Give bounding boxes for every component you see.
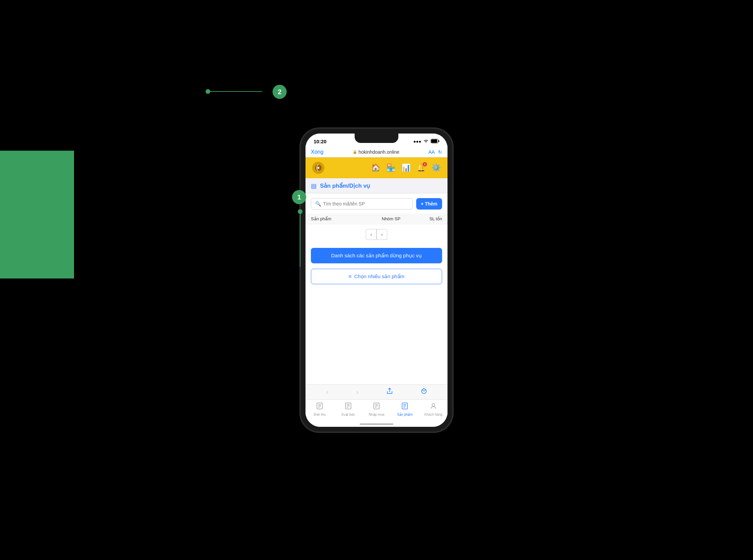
tab-khach-hang-label: Khách hàng [424,413,442,416]
pagination-prev[interactable]: ‹ [366,229,376,240]
app-header: 🏠 🏪 📊 🔔 1 ⚙️ [305,157,448,178]
home-indicator [360,423,393,425]
store-nav-icon[interactable]: 🏪 [386,163,395,172]
pagination-next[interactable]: › [376,229,387,240]
browser-actions: AA ↻ [428,149,442,155]
aa-button[interactable]: AA [428,149,435,155]
lock-icon: 🔒 [353,150,357,154]
pagination: ‹ › [305,224,448,244]
annotation-1-number: 1 [297,194,301,201]
table-header: Sản phẩm Nhóm SP SL tồn [305,214,448,224]
tab-nhap-mua-label: Nhập mua [369,413,384,416]
annotation-1: 1 [292,190,306,204]
table-col-group: Nhóm SP [369,216,413,221]
battery-icon [431,139,439,144]
url-text: hokinhdoanh.online [359,149,399,155]
safari-back-button[interactable]: ‹ [326,388,329,396]
table-col-stock: SL tồn [413,216,442,221]
notification-badge: 1 [422,162,427,166]
status-icons: ●●● [413,139,439,144]
status-time: 10:20 [314,139,326,144]
table-col-product: Sản phẩm [311,216,369,221]
browser-back-button[interactable]: Xong [311,149,323,155]
reload-button[interactable]: ↻ [438,149,442,155]
tab-nhap-mua[interactable]: Nhập mua [362,402,391,416]
annotation-2: 2 [273,85,287,99]
safari-bottom-bar: ‹ › [305,384,448,399]
tab-don-thu-label: Đơn thu [314,413,325,416]
browser-bar: Xong 🔒 hokinhdoanh.online AA ↻ [305,147,448,157]
browser-url: 🔒 hokinhdoanh.online [353,149,399,155]
wifi-icon [423,139,429,144]
tab-don-thu[interactable]: Đơn thu [305,402,334,416]
app-nav-icons: 🏠 🏪 📊 🔔 1 ⚙️ [371,163,441,172]
select-multiple-icon: ≡ [349,274,352,279]
select-multiple-button[interactable]: ≡ Chọn nhiều sản phẩm [311,269,442,284]
search-box[interactable]: 🔍 [311,198,413,209]
search-add-row: 🔍 + Thêm [305,194,448,214]
annotation-circle-1: 1 [292,190,306,204]
chart-nav-icon[interactable]: 📊 [401,163,411,172]
tab-xuat-ban[interactable]: Xuất bán [334,402,362,416]
discontinued-products-button[interactable]: Danh sách các sản phẩm dừng phục vụ [311,248,442,263]
tab-xuat-ban-icon [344,402,352,412]
tab-san-pham-icon [401,402,409,412]
svg-point-4 [317,167,319,169]
app-logo[interactable] [312,162,324,174]
safari-forward-button[interactable]: › [356,388,359,396]
home-nav-icon[interactable]: 🏠 [371,163,380,172]
svg-rect-1 [431,139,437,143]
safari-share-button[interactable] [386,388,393,396]
bottom-tab-bar: Đơn thu Xuất bán [305,399,448,427]
page-title: Sản phẩm/Dịch vụ [320,182,370,189]
safari-bookmark-button[interactable] [421,388,427,396]
svg-point-23 [432,404,435,406]
bell-nav-icon[interactable]: 🔔 1 [417,163,425,172]
svg-rect-2 [438,140,439,142]
annotation-circle-2: 2 [273,85,287,99]
svg-point-25 [205,89,210,94]
select-multiple-label: Chọn nhiều sản phẩm [354,274,404,280]
search-input[interactable] [323,201,409,206]
tab-xuat-ban-label: Xuất bán [341,413,355,416]
annotation-2-number: 2 [278,88,281,96]
page-title-bar: ▤ Sản phẩm/Dịch vụ [305,178,448,194]
tab-khach-hang-icon [430,402,437,412]
phone-screen: 10:20 ●●● [305,134,448,427]
phone-frame: 10:20 ●●● [301,129,452,432]
add-product-button[interactable]: + Thêm [416,198,442,209]
tab-san-pham[interactable]: Sản phẩm [391,402,419,416]
tab-san-pham-label: Sản phẩm [397,413,413,416]
tab-khach-hang[interactable]: Khách hàng [419,402,448,416]
search-icon: 🔍 [315,201,321,206]
phone-notch [355,134,398,143]
green-decoration [0,151,74,279]
settings-nav-icon[interactable]: ⚙️ [432,163,441,172]
tab-don-thu-icon [316,402,323,412]
tab-nhap-mua-icon [373,402,380,412]
page-title-icon: ▤ [311,182,317,190]
signal-icon: ●●● [413,139,421,144]
